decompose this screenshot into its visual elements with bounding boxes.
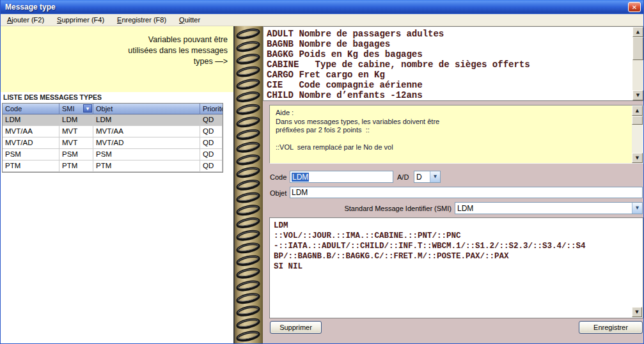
ad-combobox[interactable]: D ▼ <box>414 171 441 183</box>
banner-line: Variables pouvant être <box>1 35 228 45</box>
message-line: BP/::BAGNB.B/::BAGKG.C/::FRET.M/::POSTE.… <box>274 251 630 262</box>
cell-objet: PSM <box>93 149 200 160</box>
menu-item-enregistrer[interactable]: Enregistrer (F8) <box>111 15 173 25</box>
help-box: Aide : Dans vos messages types, les vari… <box>269 105 643 164</box>
scroll-up-button[interactable]: ▲ <box>632 27 643 37</box>
arrow-down-icon: ▼ <box>636 156 639 160</box>
table-row[interactable]: MVT/AA MVT MVT/AA QD <box>3 126 223 137</box>
enregistrer-button[interactable]: Enregistrer <box>579 321 643 334</box>
variables-banner: Variables pouvant être utilisées dans le… <box>1 26 233 92</box>
cell-code: MVT/AA <box>3 126 59 137</box>
app-window: Message type ✕ Ajouter (F2) Supprimer (F… <box>0 0 644 344</box>
ad-value: D <box>414 171 430 182</box>
cell-objet: PTM <box>93 160 200 172</box>
scroll-thumb[interactable] <box>632 37 643 60</box>
help-line: ::VOL sera remplacé par le No de vol <box>276 143 630 152</box>
list-title: LISTE DES MESSAGES TYPES <box>3 93 102 101</box>
close-icon: ✕ <box>632 4 637 11</box>
list-item[interactable]: BAGKG Poids en Kg des bagages <box>267 49 631 59</box>
variables-scrollbar[interactable]: ▲ ▼ <box>632 27 643 100</box>
grid-header-smi[interactable]: SMI ▼ <box>59 104 93 114</box>
ad-dropdown-button[interactable]: ▼ <box>430 171 440 182</box>
smi-value: LDM <box>455 203 632 214</box>
chevron-down-icon: ▼ <box>636 206 639 210</box>
help-text: Aide : Dans vos messages types, les vari… <box>276 109 630 161</box>
cell-smi: MVT <box>59 137 93 149</box>
scroll-down-button[interactable]: ▼ <box>632 307 642 317</box>
window-title: Message type <box>1 3 56 12</box>
cell-smi: LDM <box>59 114 93 126</box>
objet-value: LDM <box>292 188 308 197</box>
message-line: -::IATA.::ADULT/::CHILD/::INF.T::WBCM.1/… <box>274 241 630 251</box>
arrow-up-icon: ▲ <box>636 30 640 35</box>
help-line: Dans vos messages types, les variables d… <box>276 118 630 127</box>
cell-smi: MVT <box>59 126 93 137</box>
cell-priorite: QD <box>200 160 223 172</box>
chevron-down-icon: ▼ <box>434 175 437 179</box>
message-line: SI NIL <box>274 262 630 272</box>
scroll-down-button[interactable]: ▼ <box>632 153 643 163</box>
variables-listbox: ADULT Nombre de passagers adultes BAGNB … <box>263 26 644 101</box>
menu-bar: Ajouter (F2) Supprimer (F4) Enregistrer … <box>1 14 643 26</box>
list-item[interactable]: ADULT Nombre de passagers adultes <box>267 29 631 39</box>
cell-priorite: QD <box>200 114 223 126</box>
close-button[interactable]: ✕ <box>628 2 641 12</box>
arrow-down-icon: ▼ <box>636 93 640 98</box>
cell-objet: MVT/AA <box>93 126 200 137</box>
scroll-down-button[interactable]: ▼ <box>632 90 643 100</box>
help-line <box>276 135 630 144</box>
grid-header-objet[interactable]: Objet <box>93 104 200 114</box>
arrow-down-icon: ▼ <box>635 310 638 315</box>
message-line: ::VOL/::JOUR.::IMA.::CABINE.::PNT/::PNC <box>274 231 630 241</box>
banner-line: types —> <box>1 56 228 67</box>
ad-label: A/D <box>397 173 409 181</box>
grid-header-row: Code SMI ▼ Objet Priorité <box>3 104 223 114</box>
grid-header-priorite[interactable]: Priorité <box>200 104 223 114</box>
smi-filter-button[interactable]: ▼ <box>83 104 92 113</box>
table-row[interactable]: PTM PTM PTM QD <box>3 160 223 172</box>
table-row[interactable]: MVT/AD MVT MVT/AD QD <box>3 137 223 149</box>
spiral-binding <box>235 26 263 343</box>
list-item[interactable]: CARGO Fret cargo en Kg <box>267 70 631 80</box>
list-item[interactable]: CHILD Nombre d’enfants -12ans <box>267 90 631 99</box>
title-bar[interactable]: Message type ✕ <box>1 0 643 14</box>
menu-item-supprimer[interactable]: Supprimer (F4) <box>51 15 111 25</box>
code-input[interactable]: LDM <box>290 171 393 183</box>
cell-code: PSM <box>3 149 59 160</box>
menu-item-ajouter[interactable]: Ajouter (F2) <box>1 15 51 25</box>
messages-grid: Code SMI ▼ Objet Priorité LDM LDM LDM QD… <box>2 103 223 173</box>
help-line: préfixées par 2 fois 2 points :: <box>276 126 630 135</box>
cell-priorite: QD <box>200 137 223 149</box>
help-line: Aide : <box>276 109 630 118</box>
message-text: LDM ::VOL/::JOUR.::IMA.::CABINE.::PNT/::… <box>274 221 630 316</box>
chevron-down-icon: ▼ <box>86 107 90 111</box>
list-item[interactable]: CIE Code compagnie aérienne <box>267 80 631 90</box>
smi-combobox[interactable]: LDM ▼ <box>455 202 643 214</box>
grid-header-code[interactable]: Code <box>3 104 59 114</box>
cell-code: MVT/AD <box>3 137 59 149</box>
table-row[interactable]: PSM PSM PSM QD <box>3 149 223 160</box>
code-value-selected: LDM <box>292 173 309 182</box>
smi-dropdown-button[interactable]: ▼ <box>632 203 642 214</box>
cell-objet: LDM <box>93 114 200 126</box>
banner-line: utilisées dans les messages <box>1 45 228 56</box>
help-scrollbar[interactable]: ▲ ▼ <box>632 106 643 163</box>
scroll-thumb[interactable] <box>632 116 643 125</box>
objet-label: Objet <box>270 189 287 197</box>
smi-label: Standard Message Identifier (SMI) <box>256 205 452 212</box>
menu-item-quitter[interactable]: Quitter <box>173 15 207 25</box>
supprimer-button[interactable]: Supprimer <box>270 321 322 334</box>
list-item[interactable]: BAGNB Nombre de bagages <box>267 39 631 49</box>
cell-smi: PSM <box>59 149 93 160</box>
objet-input[interactable]: LDM <box>290 187 643 198</box>
scroll-up-button[interactable]: ▲ <box>632 106 643 116</box>
message-editor[interactable]: LDM ::VOL/::JOUR.::IMA.::CABINE.::PNT/::… <box>269 217 643 318</box>
message-line: LDM <box>274 221 630 231</box>
cell-objet: MVT/AD <box>93 137 200 149</box>
cell-priorite: QD <box>200 149 223 160</box>
table-row[interactable]: LDM LDM LDM QD <box>3 114 223 126</box>
arrow-up-icon: ▲ <box>636 109 639 113</box>
code-label: Code <box>270 173 287 181</box>
list-item[interactable]: CABINE Type de cabine, nombre de sièges … <box>267 59 631 70</box>
cell-priorite: QD <box>200 126 223 137</box>
